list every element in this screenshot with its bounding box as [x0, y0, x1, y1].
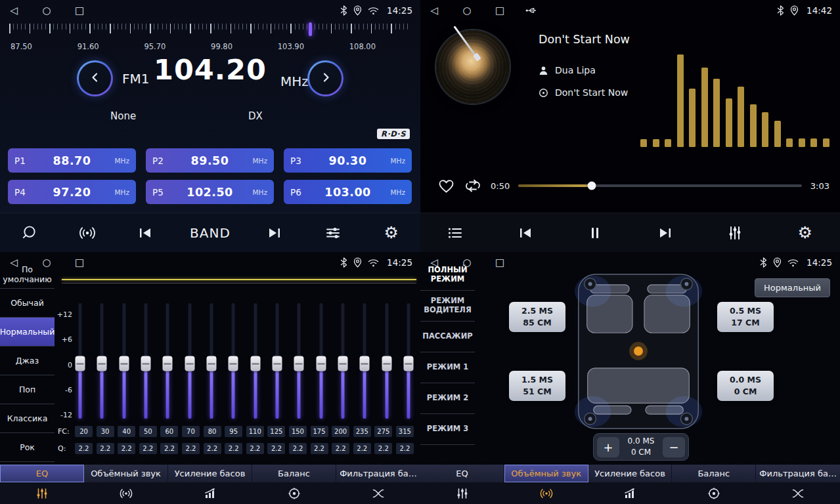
eq-slider-knob[interactable]	[360, 356, 370, 371]
scan-button[interactable]	[15, 219, 43, 247]
broadcast-button[interactable]	[74, 219, 101, 247]
settings-icon[interactable]: ⚙	[378, 219, 405, 247]
sound-mode-item[interactable]: РЕЖИМ ВОДИТЕЛЯ	[420, 291, 475, 322]
progress-knob[interactable]	[588, 182, 596, 190]
eq-slider-knob[interactable]	[206, 356, 216, 371]
eq-slider-knob[interactable]	[272, 356, 282, 371]
eq-slider-knob[interactable]	[97, 356, 107, 371]
eq-band-slider[interactable]	[75, 303, 85, 419]
eq-band-slider[interactable]	[97, 303, 107, 419]
eq-slider-knob[interactable]	[403, 356, 413, 371]
playlist-button[interactable]	[441, 219, 469, 247]
sound-mode-item[interactable]: ПАССАЖИР	[420, 322, 475, 352]
delay-front-right[interactable]: 0.5 MS 17 CM	[717, 302, 774, 332]
sound-profile-button[interactable]: Нормальный	[755, 278, 830, 297]
back-button[interactable]: ◁	[8, 5, 20, 16]
eq-slider-knob[interactable]	[316, 356, 326, 371]
eq-slider-knob[interactable]	[119, 356, 129, 371]
eq-band-slider[interactable]	[382, 303, 392, 419]
eq-slider-knob[interactable]	[382, 356, 391, 371]
home-button[interactable]: ○	[461, 5, 473, 16]
back-button[interactable]: ◁	[428, 257, 440, 268]
recents-button[interactable]: □	[74, 5, 85, 16]
preset-button-p4[interactable]: P4 97.20 MHz	[8, 180, 136, 204]
preset-button-p1[interactable]: P1 88.70 MHz	[8, 148, 136, 173]
eq-slider-knob[interactable]	[76, 356, 85, 371]
eq-band-slider[interactable]	[206, 303, 217, 419]
fc-label: FC:	[58, 427, 75, 436]
eq-slider-knob[interactable]	[294, 356, 304, 371]
eq-preset-item[interactable]: Поп	[0, 375, 55, 404]
eq-band-slider[interactable]	[359, 303, 370, 419]
delay-front-left[interactable]: 2.5 MS 85 CM	[509, 302, 565, 332]
eq-preset-item[interactable]: Обычай	[0, 289, 55, 318]
decrease-delay-button[interactable]: −	[663, 437, 685, 457]
eq-preset-item[interactable]: Джаз	[0, 346, 55, 375]
back-button[interactable]: ◁	[428, 5, 440, 16]
settings-icon[interactable]: ⚙	[791, 219, 819, 247]
tab-bass-boost[interactable]: Усиление басов	[588, 465, 673, 504]
band-button[interactable]: BAND	[190, 225, 231, 241]
eq-band-slider[interactable]	[294, 303, 304, 419]
delay-rear-left[interactable]: 1.5 MS 51 CM	[509, 371, 565, 401]
eq-slider-knob[interactable]	[229, 356, 238, 371]
eq-slider-knob[interactable]	[250, 356, 260, 371]
preset-button-p2[interactable]: P2 89.50 MHz	[146, 148, 274, 173]
eq-band-slider[interactable]	[403, 303, 414, 419]
next-station-button[interactable]	[261, 219, 288, 247]
tab-surround[interactable]: Объёмный звук	[84, 465, 168, 504]
tab-eq[interactable]: EQ	[0, 465, 84, 504]
favorite-button[interactable]	[437, 178, 455, 194]
sound-mode-item[interactable]: РЕЖИМ 1	[420, 352, 475, 383]
eq-band-slider[interactable]	[185, 303, 195, 419]
eq-band-slider[interactable]	[119, 303, 129, 419]
eq-preset-item[interactable]: Нормальный	[0, 318, 55, 346]
eq-band-slider[interactable]	[228, 303, 238, 419]
tab-eq[interactable]: EQ	[420, 465, 504, 504]
preset-button-p6[interactable]: P6 103.00 MHz	[284, 180, 412, 204]
tab-balance[interactable]: Баланс	[252, 465, 336, 504]
eq-slider-knob[interactable]	[141, 356, 150, 371]
eq-preset-item[interactable]: Рок	[0, 433, 55, 462]
tune-button[interactable]	[319, 219, 347, 247]
eq-band-slider[interactable]	[316, 303, 326, 419]
recents-button[interactable]: □	[494, 5, 506, 16]
tab-filter[interactable]: Фильтрация ба…	[336, 465, 420, 504]
tab-filter[interactable]: Фильтрация ба…	[756, 465, 840, 504]
eq-band-slider[interactable]	[272, 303, 282, 419]
repeat-button[interactable]	[464, 177, 482, 194]
recents-button[interactable]: □	[494, 257, 506, 268]
tab-bass-boost[interactable]: Усиление басов	[168, 465, 252, 504]
mixer-button[interactable]	[721, 219, 749, 247]
eq-band-slider[interactable]	[162, 303, 173, 419]
sound-mode-item[interactable]: РЕЖИМ 2	[420, 383, 475, 414]
home-button[interactable]: ○	[41, 257, 53, 268]
tab-surround[interactable]: Объёмный звук	[504, 465, 588, 504]
pause-button[interactable]	[581, 219, 609, 247]
eq-band-slider[interactable]	[338, 303, 348, 419]
stereo-indicator: None	[110, 110, 136, 122]
eq-preset-item[interactable]: Классика	[0, 404, 55, 433]
eq-slider-knob[interactable]	[163, 356, 173, 371]
seek-up-button[interactable]	[307, 60, 343, 96]
progress-slider[interactable]	[518, 184, 802, 187]
previous-track-button[interactable]	[512, 219, 539, 247]
sound-mode-item[interactable]: РЕЖИМ 3	[420, 414, 475, 445]
preset-frequency: 89.50	[172, 154, 248, 167]
preset-button-p5[interactable]: P5 102.50 MHz	[146, 180, 274, 204]
previous-station-button[interactable]	[131, 219, 159, 247]
increase-delay-button[interactable]: +	[597, 437, 619, 457]
delay-rear-right[interactable]: 0.0 MS 0 CM	[717, 371, 774, 401]
eq-slider-knob[interactable]	[185, 356, 194, 371]
back-button[interactable]: ◁	[8, 257, 20, 268]
eq-band-slider[interactable]	[141, 303, 151, 419]
preset-button-p3[interactable]: P3 90.30 MHz	[284, 148, 412, 173]
home-button[interactable]: ○	[41, 5, 53, 16]
next-track-button[interactable]	[652, 219, 679, 247]
frequency-ruler[interactable]	[9, 24, 411, 38]
recents-button[interactable]: □	[74, 257, 85, 268]
eq-slider-knob[interactable]	[338, 356, 347, 371]
tab-balance[interactable]: Баланс	[672, 465, 756, 504]
home-button[interactable]: ○	[461, 257, 473, 268]
eq-band-slider[interactable]	[250, 303, 261, 419]
